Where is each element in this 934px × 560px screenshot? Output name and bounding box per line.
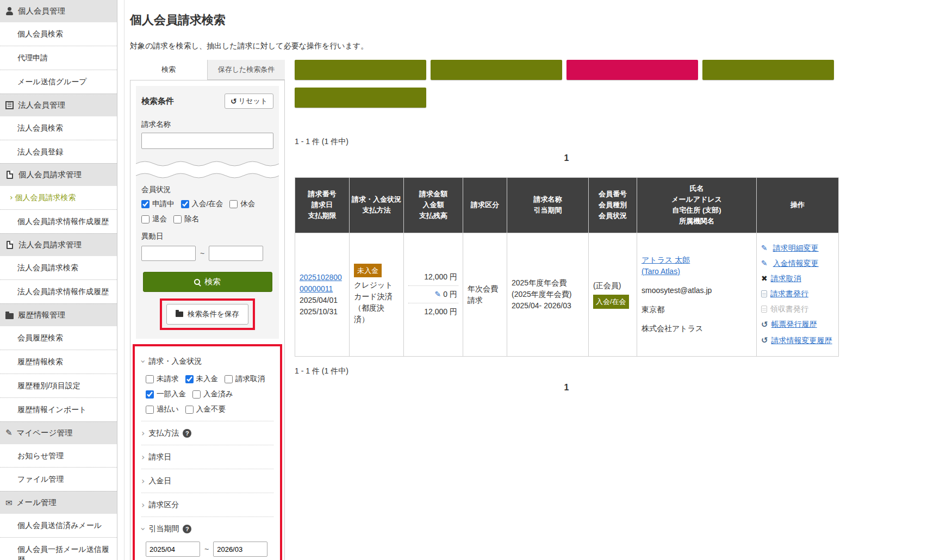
checkbox-payment-not-required-input[interactable] bbox=[185, 406, 194, 414]
main-content: 個人会員請求検索 対象の請求を検索し、抽出した請求に対して必要な操作を行います。… bbox=[124, 0, 934, 560]
sidebar-item-personal-sent-mail[interactable]: 個人会員送信済みメール bbox=[0, 514, 117, 537]
sidebar-item-mail-send-group[interactable]: メール送信グループ bbox=[0, 70, 117, 94]
allocation-from-input[interactable] bbox=[146, 542, 200, 557]
sidebar-header-corporate-members[interactable]: 法人会員管理 bbox=[0, 94, 117, 116]
save-conditions-button[interactable]: 検索条件を保存 bbox=[166, 304, 248, 325]
checkbox-applying[interactable]: 申請中 bbox=[141, 199, 175, 209]
edit-payment-info-link[interactable]: 入金情報変更 bbox=[773, 258, 819, 269]
checkbox-partial-payment[interactable]: 一部入金 bbox=[146, 389, 186, 399]
search-button[interactable]: 検索 bbox=[143, 272, 272, 292]
checkbox-billing-cancelled[interactable]: 請求取消 bbox=[225, 374, 265, 384]
help-icon[interactable] bbox=[183, 525, 191, 533]
checkbox-suspended[interactable]: 休会 bbox=[229, 199, 255, 209]
cancel-invoice-link[interactable]: 請求取消 bbox=[771, 273, 801, 284]
bulk-action-button-4[interactable] bbox=[702, 60, 834, 80]
bulk-action-button-2[interactable] bbox=[431, 60, 562, 80]
sidebar-item-notice-management[interactable]: お知らせ管理 bbox=[0, 444, 117, 468]
search-conditions-panel: 検索条件 リセット 請求名称 bbox=[136, 86, 279, 339]
sidebar-item-personal-billing-history[interactable]: 個人会員請求情報作成履歴 bbox=[0, 209, 117, 233]
col-member-info: 会員番号 会員種別 会員状況 bbox=[589, 178, 637, 233]
cell-payment-status: 未入金 クレジットカード決済（都度決済） bbox=[350, 233, 404, 356]
cell-category: 年次会費請求 bbox=[463, 233, 507, 356]
page-number-top[interactable]: 1 bbox=[295, 153, 838, 163]
result-count-top: 1 - 1 件 (1 件中) bbox=[295, 137, 838, 147]
sidebar-header-history-info[interactable]: 履歴情報管理 bbox=[0, 303, 117, 326]
document-issue-history-link[interactable]: 帳票発行履歴 bbox=[771, 319, 817, 330]
col-operations: 操作 bbox=[757, 178, 839, 233]
reset-button[interactable]: リセット bbox=[225, 94, 273, 109]
checkbox-suspended-input[interactable] bbox=[229, 200, 238, 208]
checkbox-applying-input[interactable] bbox=[141, 200, 150, 208]
sidebar-item-history-type-settings[interactable]: 履歴種別/項目設定 bbox=[0, 374, 117, 397]
checkbox-withdrawn[interactable]: 退会 bbox=[141, 214, 167, 224]
tab-search[interactable]: 検索 bbox=[130, 60, 207, 80]
sidebar-header-mypage[interactable]: マイページ管理 bbox=[0, 421, 117, 444]
reset-label: リセット bbox=[239, 96, 267, 106]
sidebar-item-corporate-member-register[interactable]: 法人会員登録 bbox=[0, 140, 117, 164]
sidebar-item-member-history-search[interactable]: 会員履歴検索 bbox=[0, 326, 117, 350]
checkbox-payment-not-required[interactable]: 入金不要 bbox=[185, 405, 226, 414]
sidebar-item-personal-member-search[interactable]: 個人会員検索 bbox=[0, 22, 117, 46]
member-name-link[interactable]: アトラス 太郎 bbox=[642, 254, 752, 266]
accordion-billing-category[interactable]: 請求区分 bbox=[141, 493, 273, 517]
sidebar-header-mail[interactable]: メール管理 bbox=[0, 491, 117, 514]
checkbox-unbilled-input[interactable] bbox=[146, 375, 154, 383]
sidebar-item-personal-billing-search[interactable]: ›個人会員請求検索 bbox=[0, 186, 117, 209]
paid-amount: 0 円 bbox=[408, 285, 458, 303]
cell-operations: 請求明細変更 入金情報変更 請求取消 bbox=[757, 233, 839, 356]
sidebar-item-corporate-billing-history[interactable]: 法人会員請求情報作成履歴 bbox=[0, 279, 117, 303]
sidebar-header-corporate-billing[interactable]: 法人会員請求管理 bbox=[0, 233, 117, 256]
save-button-annotation: 検索条件を保存 bbox=[160, 298, 255, 330]
checkbox-expelled[interactable]: 除名 bbox=[173, 214, 199, 224]
chevron-right-icon: › bbox=[10, 193, 13, 202]
invoice-number-link[interactable]: 202510280000000011 bbox=[300, 272, 345, 295]
help-icon[interactable] bbox=[183, 429, 191, 438]
change-date-to-input[interactable] bbox=[209, 246, 263, 261]
checkbox-unbilled[interactable]: 未請求 bbox=[146, 374, 179, 384]
billing-name-line1: 2025年度年会費 bbox=[512, 277, 584, 289]
accordion-allocation-period[interactable]: 引当期間 bbox=[141, 517, 273, 540]
change-date-from-input[interactable] bbox=[141, 246, 196, 261]
checkbox-overpaid[interactable]: 過払い bbox=[146, 405, 179, 414]
member-name-en-link[interactable]: (Taro Atlas) bbox=[642, 266, 752, 277]
sidebar-item-corporate-member-search[interactable]: 法人会員検索 bbox=[0, 116, 117, 140]
sidebar-item-personal-bulk-mail-history[interactable]: 個人会員一括メール送信履歴 bbox=[0, 537, 117, 560]
billing-change-history-link[interactable]: 請求情報変更履歴 bbox=[771, 335, 832, 346]
accordion-billing-date[interactable]: 請求日 bbox=[141, 445, 273, 469]
bulk-action-button-5[interactable] bbox=[295, 88, 426, 108]
edit-invoice-details-link[interactable]: 請求明細変更 bbox=[773, 242, 819, 254]
col-person: 氏名 メールアドレス 自宅住所 (支部) 所属機関名 bbox=[637, 178, 757, 233]
sidebar-header-personal-billing[interactable]: 個人会員請求管理 bbox=[0, 163, 117, 186]
accordion-payment-status[interactable]: 請求・入金状況 bbox=[141, 350, 273, 373]
checkbox-partial-payment-input[interactable] bbox=[146, 390, 154, 399]
checkbox-paid[interactable]: 入金済み bbox=[192, 389, 233, 399]
tab-saved-conditions[interactable]: 保存した検索条件 bbox=[207, 60, 285, 80]
sidebar-header-personal-members[interactable]: 個人会員管理 bbox=[0, 0, 117, 22]
issue-invoice-link[interactable]: 請求書発行 bbox=[770, 288, 808, 300]
bulk-action-button-1[interactable] bbox=[295, 60, 426, 80]
bulk-action-button-3[interactable] bbox=[566, 60, 698, 80]
sidebar-item-history-info-search[interactable]: 履歴情報検索 bbox=[0, 350, 117, 374]
pencil-icon[interactable] bbox=[435, 290, 444, 298]
allocation-to-input[interactable] bbox=[213, 542, 267, 557]
page-number-bottom[interactable]: 1 bbox=[295, 383, 838, 393]
checkbox-billing-cancelled-input[interactable] bbox=[225, 375, 233, 383]
sidebar-item-history-import[interactable]: 履歴情報インポート bbox=[0, 397, 117, 421]
checkbox-unpaid[interactable]: 未入金 bbox=[185, 374, 219, 384]
sidebar-item-proxy-application[interactable]: 代理申請 bbox=[0, 46, 117, 70]
sidebar-item-corporate-billing-search[interactable]: 法人会員請求検索 bbox=[0, 256, 117, 279]
billing-name-input[interactable] bbox=[141, 133, 273, 149]
checkbox-overpaid-input[interactable] bbox=[146, 406, 154, 414]
filters-annotation-section: 請求・入金状況 未請求 未入金 bbox=[133, 344, 282, 560]
accordion-payment-method[interactable]: 支払方法 bbox=[141, 421, 273, 445]
checkbox-unpaid-input[interactable] bbox=[185, 375, 194, 383]
checkbox-withdrawn-input[interactable] bbox=[141, 215, 150, 223]
checkbox-paid-input[interactable] bbox=[192, 390, 201, 399]
col-billing-name: 請求名称 引当期間 bbox=[507, 178, 589, 233]
sidebar-item-file-management[interactable]: ファイル管理 bbox=[0, 467, 117, 491]
checkbox-expelled-input[interactable] bbox=[173, 215, 182, 223]
page-title: 個人会員請求検索 bbox=[130, 12, 934, 28]
checkbox-enrolled[interactable]: 入会/在会 bbox=[181, 199, 223, 209]
accordion-payment-date[interactable]: 入金日 bbox=[141, 469, 273, 493]
checkbox-enrolled-input[interactable] bbox=[181, 200, 189, 208]
